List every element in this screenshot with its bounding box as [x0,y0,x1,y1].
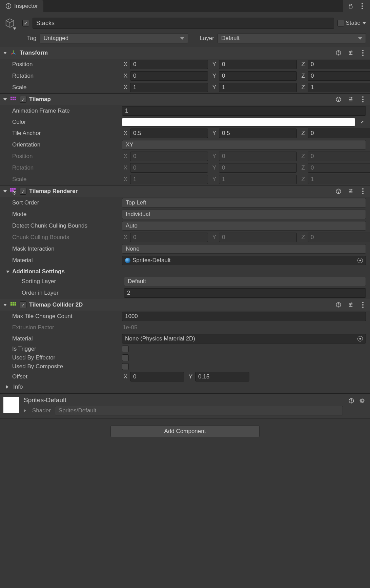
eyedropper-icon[interactable] [358,119,366,125]
rotation-z[interactable] [308,71,370,81]
component-menu-icon[interactable] [359,96,367,103]
help-icon[interactable] [335,188,342,195]
info-foldout[interactable] [6,385,8,389]
gameobject-enabled-checkbox[interactable] [22,20,29,26]
tm-scale-y [219,175,297,184]
trigger-checkbox[interactable] [122,346,129,352]
svg-rect-11 [15,97,16,98]
orientation-label: Orientation [12,141,119,148]
effector-checkbox[interactable] [122,354,129,361]
renderer-header[interactable]: Tilemap Renderer [0,185,370,197]
composite-checkbox[interactable] [122,363,129,370]
extrusion-value: 1e-05 [122,323,366,332]
mode-dropdown[interactable]: Individual [122,210,366,219]
tab-menu-icon[interactable] [358,2,366,10]
renderer-title: Tilemap Renderer [29,188,78,195]
tm-pos-x [130,152,208,161]
svg-point-25 [14,192,15,194]
anim-rate-field[interactable] [122,106,366,116]
object-picker-icon[interactable] [357,336,363,341]
anchor-y[interactable] [219,129,297,138]
offset-y[interactable] [195,372,249,381]
gameobject-header: Static [0,12,370,32]
icon-dropdown[interactable] [13,27,16,30]
chunk-x [130,233,208,242]
collider-icon [9,301,17,309]
help-icon[interactable] [335,301,342,309]
mask-dropdown[interactable]: None [122,244,366,254]
chunk-y [219,233,297,242]
help-icon[interactable] [335,96,342,103]
transform-header[interactable]: Transform [0,47,370,59]
material-foldout[interactable] [24,409,26,412]
shader-dropdown[interactable]: Sprites/Default [55,406,343,415]
sort-dropdown[interactable]: Top Left [122,198,366,208]
chunk-z [308,233,370,242]
tag-label: Tag [27,35,36,42]
orientation-dropdown[interactable]: XY [122,140,366,150]
scale-z[interactable] [308,83,370,92]
anchor-x[interactable] [130,129,208,138]
preset-icon[interactable] [347,96,354,103]
scale-y[interactable] [219,83,297,92]
collider-header[interactable]: Tilemap Collider 2D [0,299,370,311]
tilemap-foldout[interactable] [3,98,7,101]
svg-point-41 [351,402,352,403]
svg-rect-13 [13,99,14,100]
color-field[interactable] [122,118,355,126]
material-preview[interactable] [3,397,19,413]
tag-dropdown[interactable]: Untagged [40,33,188,43]
collider-foldout[interactable] [3,304,7,306]
scale-x[interactable] [130,83,208,92]
static-checkbox[interactable] [337,20,344,26]
gameobject-name-field[interactable] [33,18,334,29]
tilemap-enabled-checkbox[interactable] [20,96,26,103]
component-menu-icon[interactable] [359,49,367,57]
lock-icon[interactable] [347,2,354,10]
sorting-layer-dropdown[interactable]: Default [124,277,366,286]
offset-x[interactable] [130,372,184,381]
position-z[interactable] [308,60,370,69]
tm-pos-z [308,152,370,161]
gameobject-icon[interactable] [4,16,19,31]
position-y[interactable] [219,60,297,69]
position-x[interactable] [130,60,208,69]
rotation-x[interactable] [130,71,208,81]
material-block: Sprites-Default Shader Sprites/Default [0,393,370,418]
layer-dropdown[interactable]: Default [218,33,366,43]
max-tile-label: Max Tile Change Count [12,313,119,320]
svg-point-37 [338,306,339,307]
additional-settings-header[interactable]: Additional Settings [0,266,370,276]
component-menu-icon[interactable] [359,301,367,309]
collider-enabled-checkbox[interactable] [20,301,26,308]
rend-material-field[interactable]: Sprites-Default [122,256,366,265]
rotation-y[interactable] [219,71,297,81]
anchor-z[interactable] [308,129,370,138]
static-dropdown[interactable] [363,22,366,24]
order-field[interactable] [124,288,366,298]
sorting-layer-label: Sorting Layer [22,278,121,285]
gear-icon[interactable] [358,397,366,405]
tm-pos-label: Position [12,153,119,160]
object-picker-icon[interactable] [357,258,363,263]
renderer-enabled-checkbox[interactable] [20,188,26,195]
max-tile-field[interactable] [122,312,366,321]
preset-icon[interactable] [347,188,354,195]
detect-dropdown[interactable]: Auto [122,221,366,231]
help-icon[interactable] [335,49,342,57]
inspector-tab[interactable]: Inspector [0,0,43,12]
preset-icon[interactable] [347,301,354,309]
tilemap-header[interactable]: Tilemap [0,93,370,105]
order-label: Order in Layer [22,290,121,296]
add-component-button[interactable]: Add Component [110,426,260,437]
renderer-foldout[interactable] [3,190,7,193]
col-material-field[interactable]: None (Physics Material 2D) [122,334,366,344]
info-label: Info [13,384,23,390]
svg-rect-10 [13,97,14,98]
additional-foldout[interactable] [6,271,9,273]
tm-scale-x [130,175,208,184]
transform-foldout[interactable] [3,52,7,54]
preset-icon[interactable] [347,49,354,57]
help-icon[interactable] [348,397,355,405]
component-menu-icon[interactable] [359,188,367,195]
